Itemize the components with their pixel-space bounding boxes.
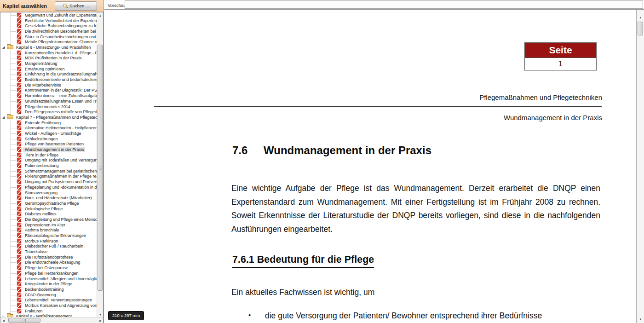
pdf-icon: [17, 153, 21, 157]
tree-document-item[interactable]: Umgang mit Portsystemen und Portversor: [1, 179, 97, 185]
pdf-icon: [17, 287, 21, 292]
tree-item-label: Bedürfnisorientierte und bedarfsdeckend: [24, 77, 97, 82]
tree-document-item[interactable]: Harninkontinenz – eine Zukunftsaufgabe: [1, 93, 97, 98]
scroll-down-button[interactable]: ▼: [637, 316, 644, 323]
tree-document-item[interactable]: Konzeptionelles Handeln i. d. Pflege - P…: [1, 50, 97, 56]
tree-document-item[interactable]: MDK Prüfkriterien in der Praxis: [1, 56, 97, 61]
tree-document-item[interactable]: Die zivilrechtlichen Besonderheiten bei …: [1, 29, 97, 34]
preview-scrollbar-thumb[interactable]: [638, 22, 643, 35]
folder-icon: [7, 115, 13, 119]
pdf-icon: [17, 88, 21, 92]
tree-document-item[interactable]: Morbus Korsakow und Abgrenzung von d: [1, 303, 97, 308]
tree-item-label: Gegenwart und Zukunft der Expertenstan: [24, 13, 97, 17]
tree-document-item[interactable]: Diabetischer Fuß / Raucherbein: [1, 244, 97, 249]
tree-document-item[interactable]: Wundmanagement in der Praxis: [1, 147, 97, 152]
tree-document-item[interactable]: Pflege bei Herzerkrankungen: [1, 271, 97, 276]
tree-item-label: Frakturen: [24, 309, 44, 313]
tree-folder-item[interactable]: ◢Kapitel 6 - Umsetzungs- und Praxishilfe…: [1, 45, 97, 50]
tree-document-item[interactable]: Depressionen im Alter: [1, 222, 97, 228]
scroll-right-button[interactable]: ▶: [98, 317, 104, 323]
tree-item-label: Tiere in der Pflege: [24, 153, 59, 157]
tree-document-item[interactable]: Einführung in die Grundsatzstellungnahm: [1, 72, 97, 77]
tree-document-item[interactable]: Kriegskinder in der Pflege: [1, 281, 97, 287]
body-paragraph: Eine wichtige Aufgabe der Pflege ist das…: [231, 182, 600, 236]
tree-item-label: Den Pflegeprozess mithilfe von Pflegedia…: [24, 110, 97, 114]
tree-document-item[interactable]: Sturz in Gesundheitseinrichtungen und di…: [1, 34, 97, 40]
pdf-icon: [17, 190, 21, 195]
pdf-icon: [17, 233, 21, 238]
tree-document-item[interactable]: Morbus Parkinson: [1, 238, 97, 244]
tree-expanded-arrow-icon[interactable]: ◢: [2, 115, 6, 119]
tree-document-item[interactable]: Rechtliche Verbindlichkeit der Expertens…: [1, 18, 97, 23]
tree-document-item[interactable]: Frakturen: [1, 308, 97, 314]
tree-item-label: Einführung in die Grundsatzstellungnahm: [24, 72, 97, 76]
tree-vertical-scrollbar[interactable]: ▲ ▼: [97, 12, 103, 317]
tree-item-label: Kontroversen in der Diagnostik: Der PSA-: [24, 88, 97, 92]
tree-document-item[interactable]: Pflege bei Osteoporose: [1, 265, 97, 271]
tree-document-item[interactable]: Grundsatzstellungnahme Essen und Trink: [1, 98, 97, 104]
tree-document-item[interactable]: Ernährung optimieren: [1, 66, 97, 72]
pdf-icon: [17, 67, 21, 71]
tree-folder-item[interactable]: ◢Kapitel 7 - Pflegemaßnahmen und Pfleget…: [1, 115, 97, 120]
tree-expanded-arrow-icon[interactable]: ◢: [2, 46, 6, 49]
tree-document-item[interactable]: Schluckstörungen: [1, 136, 97, 142]
tree-document-item[interactable]: Tiere in der Pflege: [1, 152, 97, 158]
tree-hscrollbar-thumb[interactable]: [8, 318, 40, 323]
tree-document-item[interactable]: Pflegethermometer 2014: [1, 104, 97, 110]
tree-document-item[interactable]: Gegenwart und Zukunft der Expertenstan: [1, 12, 97, 18]
tree-document-item[interactable]: Tuberkulose: [1, 249, 97, 254]
tree-document-item[interactable]: Kontroversen in der Diagnostik: Der PSA-: [1, 88, 97, 93]
pdf-icon: [17, 260, 21, 265]
scroll-left-button[interactable]: ◀: [0, 317, 6, 323]
tree-document-item[interactable]: Beckenbodentraining: [1, 287, 97, 292]
preview-vertical-scrollbar[interactable]: ▲ ▼: [636, 10, 644, 323]
tree-item-label: Pflege bei Herzerkrankungen: [24, 271, 80, 276]
tree-document-item[interactable]: Gesetzliche Rahmenbedingungen zu freih: [1, 23, 97, 29]
tree-document-item[interactable]: Lebensmittel: Verwertungsstörungen: [1, 297, 97, 303]
tree-document-item[interactable]: Alternative Heilmethoden - Heilpflanzen …: [1, 125, 97, 131]
pdf-icon: [17, 93, 21, 98]
tree-horizontal-scrollbar[interactable]: ◀ ▶: [0, 317, 104, 323]
search-button[interactable]: Suchen ...: [55, 1, 97, 11]
tree-document-item[interactable]: Asthma bronchiale: [1, 228, 97, 233]
tree-item-label: MDK Prüfkriterien in der Praxis: [24, 56, 83, 60]
tree-document-item[interactable]: Mangelernährung: [1, 61, 97, 66]
search-icon: [63, 3, 68, 8]
tree-document-item[interactable]: Diabetes mellitus: [1, 211, 97, 217]
tree-document-item[interactable]: Umgang mit Todesfällen und Versorgung: [1, 158, 97, 163]
pdf-icon: [17, 309, 21, 313]
tree-document-item[interactable]: Gerontopsychiatrische Pflege: [1, 201, 97, 206]
tree-item-label: Die endotracheale Absaugung: [24, 260, 81, 265]
tree-document-item[interactable]: Mobile Pflegedokumentation: Chance ode: [1, 39, 97, 45]
tree-item-label: Konzeptionelles Handeln i. d. Pflege - P…: [24, 51, 97, 55]
tree-document-item[interactable]: Pflege von beatmeten Patienten: [1, 142, 97, 147]
tree-document-item[interactable]: Die Mitarbeitervisite: [1, 82, 97, 88]
tree-document-item[interactable]: Stomaversorgung: [1, 190, 97, 196]
tree-item-label: Schmerzmanagement bei geriatrischen Pa: [24, 169, 97, 173]
tree-document-item[interactable]: Bedürfnisorientierte und bedarfsdeckend: [1, 77, 97, 82]
scroll-up-button[interactable]: ▲: [637, 14, 644, 21]
tree-item-label: Rheumatologische Erkrankungen: [24, 233, 87, 238]
tree-document-item[interactable]: CPAP-Beatmung: [1, 292, 97, 298]
pdf-icon: [17, 110, 21, 114]
tree-document-item[interactable]: Rheumatologische Erkrankungen: [1, 233, 97, 238]
tree-document-item[interactable]: Wickel - Auflagen - Umschläge: [1, 131, 97, 136]
tree-document-item[interactable]: Fixierungsmaßnahmen in der Pflege reduz: [1, 174, 97, 179]
tree-document-item[interactable]: Pflegeplanung und -dokumentation in der: [1, 185, 97, 190]
tree-document-item[interactable]: Lebensmittel: Allergien und Unverträglic…: [1, 276, 97, 282]
tree-document-item[interactable]: Den Pflegeprozess mithilfe von Pflegedia…: [1, 109, 97, 115]
pdf-icon: [17, 131, 21, 136]
tree-document-item[interactable]: Schmerzmanagement bei geriatrischen Pa: [1, 168, 97, 174]
tree-item-label: Pflegethermometer 2014: [24, 104, 71, 109]
tree-document-item[interactable]: Die Hüfttotalendoprothese: [1, 254, 97, 260]
tree-document-item[interactable]: Die Begleitung und Pflege eines Menschen: [1, 217, 97, 222]
tree-document-item[interactable]: Patientenberatung: [1, 163, 97, 168]
scroll-up-button[interactable]: ▲: [97, 12, 104, 18]
tree-document-item[interactable]: Haut- und Händeschutz (Mitarbeiter): [1, 195, 97, 201]
tree-scrollbar-thumb[interactable]: [98, 45, 103, 291]
tree-document-item[interactable]: Onkologische Pflege: [1, 206, 97, 212]
pdf-icon: [17, 137, 21, 141]
tree-document-item[interactable]: Enterale Ernährung: [1, 120, 97, 126]
tree-item-label: Wundmanagement in der Praxis: [24, 147, 85, 152]
tree-document-item[interactable]: Die endotracheale Absaugung: [1, 260, 97, 265]
